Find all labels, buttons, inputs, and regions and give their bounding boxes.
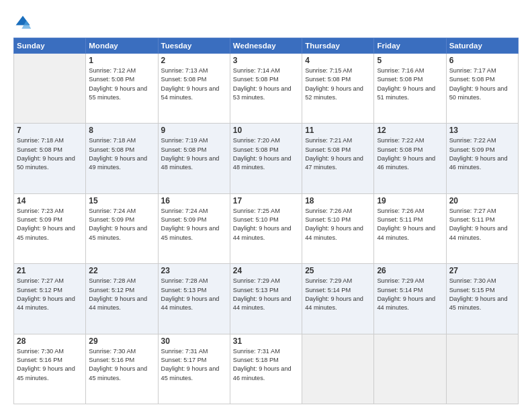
day-number: 15	[89, 196, 154, 205]
calendar-cell: 6Sunrise: 7:17 AMSunset: 5:08 PMDaylight…	[446, 54, 518, 124]
calendar-cell: 31Sunrise: 7:31 AMSunset: 5:18 PMDayligh…	[230, 334, 302, 404]
day-info: Sunrise: 7:31 AMSunset: 5:17 PMDaylight:…	[161, 347, 227, 383]
daylight-label: Daylight: 9 hours and 44 minutes.	[449, 225, 508, 240]
sunset-label: Sunset: 5:13 PM	[233, 287, 279, 293]
sunrise-label: Sunrise: 7:29 AM	[233, 277, 280, 284]
daylight-label: Daylight: 9 hours and 52 minutes.	[305, 85, 363, 101]
sunrise-label: Sunrise: 7:23 AM	[17, 208, 64, 214]
day-info: Sunrise: 7:28 AMSunset: 5:13 PMDaylight:…	[161, 277, 227, 312]
daylight-label: Daylight: 9 hours and 45 minutes.	[449, 295, 508, 311]
daylight-label: Daylight: 9 hours and 44 minutes.	[161, 295, 220, 311]
calendar-week-row: 21Sunrise: 7:27 AMSunset: 5:12 PMDayligh…	[14, 264, 519, 334]
sunset-label: Sunset: 5:08 PM	[161, 146, 207, 153]
day-number: 3	[233, 56, 299, 65]
sunset-label: Sunset: 5:10 PM	[233, 216, 279, 223]
daylight-label: Daylight: 9 hours and 44 minutes.	[305, 225, 363, 240]
day-info: Sunrise: 7:22 AMSunset: 5:09 PMDaylight:…	[449, 136, 515, 172]
calendar-cell: 16Sunrise: 7:24 AMSunset: 5:09 PMDayligh…	[158, 193, 230, 263]
day-header-wednesday: Wednesday	[230, 38, 302, 54]
daylight-label: Daylight: 9 hours and 46 minutes.	[377, 155, 435, 171]
day-info: Sunrise: 7:27 AMSunset: 5:12 PMDaylight:…	[17, 277, 83, 312]
sunset-label: Sunset: 5:08 PM	[377, 146, 423, 153]
daylight-label: Daylight: 9 hours and 46 minutes.	[449, 155, 508, 171]
day-info: Sunrise: 7:18 AMSunset: 5:08 PMDaylight:…	[17, 136, 83, 172]
calendar-cell: 15Sunrise: 7:24 AMSunset: 5:09 PMDayligh…	[86, 193, 158, 263]
calendar-cell: 1Sunrise: 7:12 AMSunset: 5:08 PMDaylight…	[86, 54, 158, 124]
calendar-header-row: SundayMondayTuesdayWednesdayThursdayFrid…	[14, 38, 519, 54]
day-number: 31	[233, 336, 299, 346]
day-info: Sunrise: 7:12 AMSunset: 5:08 PMDaylight:…	[89, 66, 154, 102]
sunrise-label: Sunrise: 7:18 AM	[17, 137, 64, 144]
day-number: 21	[17, 266, 83, 275]
sunrise-label: Sunrise: 7:31 AM	[233, 348, 280, 355]
sunset-label: Sunset: 5:11 PM	[377, 216, 423, 223]
calendar-cell: 11Sunrise: 7:21 AMSunset: 5:08 PMDayligh…	[302, 124, 374, 193]
day-number: 13	[449, 126, 515, 135]
day-number: 2	[161, 56, 227, 65]
sunset-label: Sunset: 5:14 PM	[377, 287, 423, 293]
day-number: 17	[233, 196, 299, 205]
calendar-cell: 3Sunrise: 7:14 AMSunset: 5:08 PMDaylight…	[230, 54, 302, 124]
sunrise-label: Sunrise: 7:19 AM	[161, 137, 208, 144]
calendar-cell: 14Sunrise: 7:23 AMSunset: 5:09 PMDayligh…	[14, 193, 86, 263]
daylight-label: Daylight: 9 hours and 47 minutes.	[305, 155, 363, 171]
sunset-label: Sunset: 5:09 PM	[449, 146, 495, 153]
sunrise-label: Sunrise: 7:15 AM	[305, 67, 352, 74]
sunrise-label: Sunrise: 7:12 AM	[89, 67, 136, 74]
sunset-label: Sunset: 5:15 PM	[449, 287, 495, 293]
day-info: Sunrise: 7:19 AMSunset: 5:08 PMDaylight:…	[161, 136, 227, 172]
calendar-cell: 2Sunrise: 7:13 AMSunset: 5:08 PMDaylight…	[158, 54, 230, 124]
sunrise-label: Sunrise: 7:24 AM	[161, 208, 208, 214]
day-number: 30	[161, 336, 227, 346]
calendar-table: SundayMondayTuesdayWednesdayThursdayFrid…	[13, 38, 519, 404]
sunset-label: Sunset: 5:14 PM	[305, 287, 351, 293]
sunset-label: Sunset: 5:08 PM	[305, 76, 351, 83]
day-number: 5	[377, 56, 443, 65]
calendar-cell: 21Sunrise: 7:27 AMSunset: 5:12 PMDayligh…	[14, 264, 86, 334]
day-number: 20	[449, 196, 515, 205]
sunset-label: Sunset: 5:12 PM	[89, 287, 134, 293]
daylight-label: Daylight: 9 hours and 45 minutes.	[17, 225, 75, 240]
sunset-label: Sunset: 5:08 PM	[233, 146, 279, 153]
sunset-label: Sunset: 5:08 PM	[89, 76, 134, 83]
sunrise-label: Sunrise: 7:28 AM	[89, 277, 136, 284]
day-info: Sunrise: 7:28 AMSunset: 5:12 PMDaylight:…	[89, 277, 154, 312]
calendar-cell: 8Sunrise: 7:18 AMSunset: 5:08 PMDaylight…	[86, 124, 158, 193]
day-number: 9	[161, 126, 227, 135]
day-number: 8	[89, 126, 154, 135]
daylight-label: Daylight: 9 hours and 53 minutes.	[233, 85, 292, 101]
day-info: Sunrise: 7:30 AMSunset: 5:15 PMDaylight:…	[449, 277, 515, 312]
sunrise-label: Sunrise: 7:18 AM	[89, 137, 136, 144]
sunset-label: Sunset: 5:16 PM	[17, 357, 62, 363]
sunset-label: Sunset: 5:08 PM	[305, 146, 351, 153]
day-header-friday: Friday	[374, 38, 446, 54]
daylight-label: Daylight: 9 hours and 44 minutes.	[233, 295, 292, 311]
day-number: 7	[17, 126, 83, 135]
day-number: 4	[305, 56, 371, 65]
sunset-label: Sunset: 5:09 PM	[17, 216, 62, 223]
sunrise-label: Sunrise: 7:31 AM	[161, 348, 208, 355]
day-number: 18	[305, 196, 371, 205]
day-number: 29	[89, 336, 154, 346]
calendar-cell: 27Sunrise: 7:30 AMSunset: 5:15 PMDayligh…	[446, 264, 518, 334]
sunset-label: Sunset: 5:08 PM	[233, 76, 279, 83]
daylight-label: Daylight: 9 hours and 44 minutes.	[305, 295, 363, 311]
daylight-label: Daylight: 9 hours and 44 minutes.	[233, 225, 292, 240]
day-number: 28	[17, 336, 83, 346]
day-info: Sunrise: 7:15 AMSunset: 5:08 PMDaylight:…	[305, 66, 371, 102]
daylight-label: Daylight: 9 hours and 46 minutes.	[233, 365, 292, 381]
sunrise-label: Sunrise: 7:30 AM	[89, 348, 136, 355]
day-info: Sunrise: 7:29 AMSunset: 5:14 PMDaylight:…	[377, 277, 443, 312]
sunrise-label: Sunrise: 7:30 AM	[449, 277, 496, 284]
sunset-label: Sunset: 5:08 PM	[161, 76, 207, 83]
daylight-label: Daylight: 9 hours and 45 minutes.	[17, 365, 75, 381]
calendar-cell: 17Sunrise: 7:25 AMSunset: 5:10 PMDayligh…	[230, 193, 302, 263]
day-number: 16	[161, 196, 227, 205]
day-number: 11	[305, 126, 371, 135]
day-number: 10	[233, 126, 299, 135]
daylight-label: Daylight: 9 hours and 48 minutes.	[233, 155, 292, 171]
sunrise-label: Sunrise: 7:26 AM	[377, 208, 424, 214]
calendar-cell: 9Sunrise: 7:19 AMSunset: 5:08 PMDaylight…	[158, 124, 230, 193]
day-number: 26	[377, 266, 443, 275]
sunrise-label: Sunrise: 7:16 AM	[377, 67, 424, 74]
